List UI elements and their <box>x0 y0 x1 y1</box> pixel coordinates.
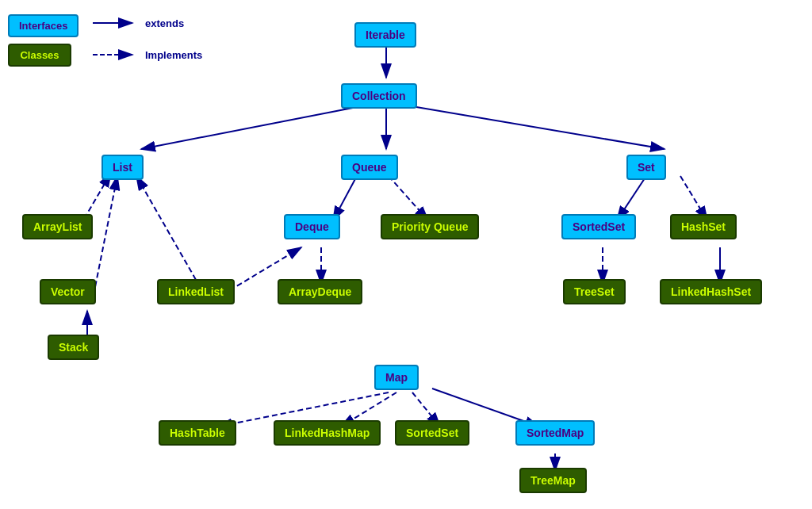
legend-classes-label: Classes <box>8 44 71 67</box>
legend-classes-item: Classes <box>8 44 86 67</box>
diagram-container: Interfaces Classes extends Implements It… <box>0 0 812 509</box>
node-stack: Stack <box>48 335 99 360</box>
node-collection: Collection <box>341 83 417 109</box>
node-vector: Vector <box>40 279 96 304</box>
node-linkedhashset: LinkedHashSet <box>660 279 762 304</box>
svg-line-5 <box>416 107 665 149</box>
node-treemap: TreeMap <box>519 468 587 493</box>
legend-interfaces-label: Interfaces <box>8 14 79 37</box>
node-arraylist: ArrayList <box>22 214 93 239</box>
node-arraydeque: ArrayDeque <box>278 279 362 304</box>
legend-extends-label: extends <box>145 17 184 29</box>
legend-implements-label: Implements <box>145 49 202 61</box>
node-list: List <box>102 155 144 180</box>
svg-line-8 <box>136 176 205 295</box>
legend-interfaces-item: Interfaces <box>8 14 86 37</box>
legend-implements-item: Implements <box>91 48 202 62</box>
node-linkedlist: LinkedList <box>157 279 235 304</box>
legend-implements-arrow-svg <box>91 48 139 62</box>
svg-line-3 <box>141 107 357 149</box>
node-set: Set <box>626 155 666 180</box>
node-queue: Queue <box>341 155 398 180</box>
node-iterable: Iterable <box>354 22 416 48</box>
node-sortedset: SortedSet <box>561 214 636 239</box>
legend-extends-arrow-svg <box>91 16 139 30</box>
legend-box: Interfaces Classes <box>8 14 86 73</box>
legend-arrows: extends Implements <box>91 16 202 62</box>
node-linkedhashmap: LinkedHashMap <box>274 420 381 446</box>
node-treeset: TreeSet <box>563 279 626 304</box>
node-hashset: HashSet <box>670 214 737 239</box>
node-map: Map <box>374 365 419 390</box>
legend-extends-item: extends <box>91 16 202 30</box>
node-sortedset2: SortedSet <box>395 420 469 446</box>
svg-line-7 <box>94 176 117 295</box>
node-sortedmap: SortedMap <box>515 420 595 446</box>
node-deque: Deque <box>284 214 340 239</box>
node-hashtable: HashTable <box>159 420 236 446</box>
node-priorityqueue: Priority Queue <box>381 214 479 239</box>
